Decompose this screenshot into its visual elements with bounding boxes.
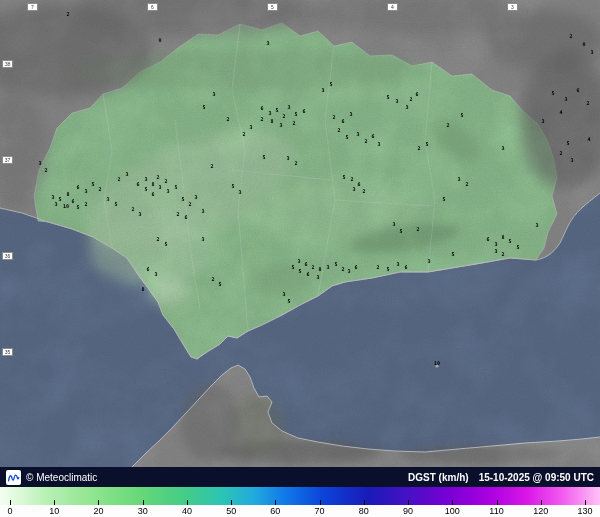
map-svg [0,0,600,467]
legend-value: 50 [226,506,236,516]
map-canvas: 2032035362435243635283526323526325326353… [0,0,600,467]
legend-gradient-bar [0,487,600,505]
legend-value: 80 [359,506,369,516]
footer-left: © Meteoclimatic [6,470,97,485]
graticule-label: 5 [267,3,278,11]
legend-value: 30 [138,506,148,516]
legend-value: 60 [270,506,280,516]
graticule-label: 3 [507,3,518,11]
legend-value: 90 [403,506,413,516]
legend-value: 110 [489,506,503,516]
graticule-label: 37 [2,156,13,164]
graticule-label: 38 [2,60,13,68]
graticule-label: 6 [147,3,158,11]
weather-map-screen: 2032035362435243635283526323526325326353… [0,0,600,517]
timestamp-label: 15-10-2025 @ 09:50 UTC [479,472,594,483]
legend-tick-labels: 0102030405060708090100110120130 [0,505,600,517]
credit-text: © Meteoclimatic [26,472,97,483]
legend-value: 100 [445,506,460,516]
legend-value: 0 [7,506,12,516]
footer-right: DGST (km/h) 15-10-2025 @ 09:50 UTC [408,472,594,483]
parameter-label: DGST (km/h) [408,472,469,483]
graticule-label: 4 [387,3,398,11]
legend-value: 10 [49,506,59,516]
legend-value: 20 [93,506,103,516]
graticule-label: 36 [2,252,13,260]
legend-value: 120 [533,506,548,516]
legend-value: 130 [577,506,592,516]
legend-value: 40 [182,506,192,516]
footer-bar: © Meteoclimatic DGST (km/h) 15-10-2025 @… [0,467,600,487]
graticule-label: 35 [2,348,13,356]
grain-texture [0,0,600,467]
graticule-label: 7 [27,3,38,11]
meteoclimatic-logo-icon [6,470,21,485]
legend-value: 70 [315,506,325,516]
